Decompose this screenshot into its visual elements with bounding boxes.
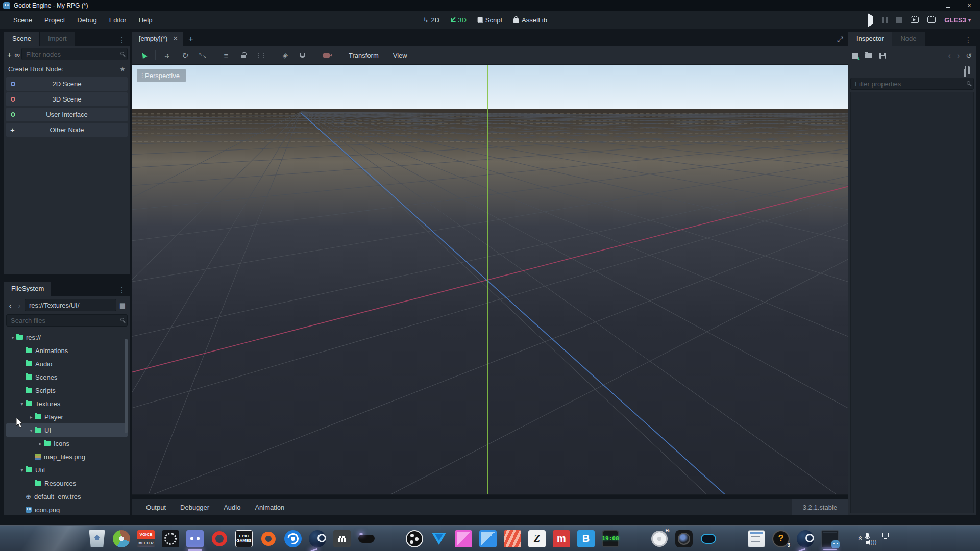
taskbar-disc-drive[interactable]: H:: [651, 530, 668, 547]
tree-item-map-tiles-png[interactable]: map_tiles.png: [6, 450, 128, 463]
tab-filesystem[interactable]: FileSystem: [4, 282, 51, 296]
tree-expander-icon[interactable]: ▸: [28, 414, 35, 420]
taskbar-blue-v-app[interactable]: [430, 530, 448, 547]
dock-menu-icon[interactable]: ⋮: [114, 36, 130, 46]
split-mode-icon[interactable]: ▤: [117, 302, 128, 309]
taskbar-epic-games[interactable]: EPICGAMES: [235, 530, 253, 547]
tree-item-audio[interactable]: Audio: [6, 357, 128, 370]
play-button[interactable]: [868, 16, 873, 24]
taskbar-origin[interactable]: [260, 530, 277, 547]
camera-preview-toggle[interactable]: [318, 48, 334, 62]
tree-expander-icon[interactable]: ▾: [9, 335, 16, 340]
bottom-tab-output[interactable]: Output: [139, 499, 173, 515]
viewport-3d[interactable]: Perspective: [132, 64, 848, 495]
favorites-star-icon[interactable]: ★: [119, 65, 126, 73]
root-option-user-interface[interactable]: User Interface: [6, 108, 128, 121]
taskbar-gamepad-app[interactable]: [358, 530, 375, 547]
taskbar-voicemeeter[interactable]: VOICEMEETER: [137, 530, 155, 547]
group-selected-tool[interactable]: [253, 48, 268, 62]
scale-tool[interactable]: [194, 48, 210, 62]
bottom-tab-animation[interactable]: Animation: [248, 499, 291, 515]
taskbar-camera-lens-app[interactable]: [675, 530, 693, 547]
inspector-menu-icon[interactable]: ⋮: [961, 36, 976, 46]
tree-expander-icon[interactable]: ▾: [18, 401, 26, 407]
history-forward-icon[interactable]: ›: [957, 51, 960, 60]
tree-expander-icon[interactable]: ▾: [28, 428, 35, 433]
tree-expander-icon[interactable]: ▾: [18, 467, 26, 473]
list-select-tool[interactable]: ≡: [218, 48, 234, 62]
minimize-button[interactable]: [916, 0, 937, 11]
taskbar-affinity-photo[interactable]: [455, 530, 472, 547]
root-option-3d-scene[interactable]: 3D Scene: [6, 92, 128, 106]
network-icon[interactable]: [882, 533, 889, 537]
close-icon[interactable]: ✕: [173, 35, 178, 42]
object-properties-icon[interactable]: [964, 66, 971, 73]
taskbar-affinity-publisher[interactable]: [504, 530, 521, 547]
taskbar-opera[interactable]: [211, 530, 228, 547]
projection-menu[interactable]: Perspective: [137, 69, 186, 82]
history-icon[interactable]: ↺: [966, 52, 972, 60]
tree-item-icons[interactable]: ▸Icons: [6, 437, 128, 450]
tree-item-player[interactable]: ▸Player: [6, 410, 128, 423]
workspace-3d[interactable]: 3D: [451, 16, 467, 24]
view-menu[interactable]: View: [387, 52, 413, 59]
tree-item-textures[interactable]: ▾Textures: [6, 397, 128, 410]
taskbar-dotted-swirl-app[interactable]: [162, 530, 179, 547]
maximize-button[interactable]: [937, 0, 959, 11]
root-option-2d-scene[interactable]: 2D Scene: [6, 77, 128, 91]
tree-item-scripts[interactable]: Scripts: [6, 384, 128, 397]
snap-toggle[interactable]: [295, 48, 310, 62]
expand-viewport-icon[interactable]: ⤢: [832, 35, 848, 46]
tree-item-util[interactable]: ▾Util: [6, 463, 128, 477]
taskbar-zbrush[interactable]: Z: [528, 530, 546, 547]
menu-help[interactable]: Help: [133, 14, 159, 26]
transform-menu[interactable]: Transform: [342, 52, 385, 59]
taskbar-organizer-app[interactable]: [700, 530, 717, 547]
tree-item-resources[interactable]: Resources: [6, 477, 128, 490]
save-resource-button[interactable]: [879, 53, 886, 59]
taskbar-clock-widget[interactable]: 19:08: [602, 530, 619, 547]
move-tool[interactable]: [160, 48, 175, 62]
load-resource-button[interactable]: [865, 53, 872, 58]
workspace-script[interactable]: Script: [478, 16, 502, 24]
taskbar-godot-window[interactable]: [821, 530, 839, 547]
tree-item-scenes[interactable]: Scenes: [6, 370, 128, 384]
tree-item-icon-png[interactable]: icon.png: [6, 503, 128, 513]
microphone-icon[interactable]: [866, 533, 869, 538]
taskbar-retroarch[interactable]: [333, 530, 351, 547]
filter-nodes-input[interactable]: [21, 48, 128, 60]
tree-item-res-[interactable]: ▾res://: [6, 331, 128, 344]
root-option-other-node[interactable]: +Other Node: [6, 123, 128, 137]
instance-scene-button[interactable]: ∞: [14, 48, 20, 60]
taskbar-reaper[interactable]: [113, 530, 130, 547]
taskbar-discord[interactable]: [186, 530, 204, 547]
filesystem-menu-icon[interactable]: ⋮: [114, 286, 130, 296]
nav-forward-button[interactable]: ›: [15, 301, 23, 310]
menu-project[interactable]: Project: [38, 14, 71, 26]
tree-expander-icon[interactable]: ▸: [37, 441, 44, 446]
menu-debug[interactable]: Debug: [71, 14, 103, 26]
taskbar-red-m-app[interactable]: m: [553, 530, 570, 547]
lock-selected-tool[interactable]: [236, 48, 251, 62]
rotate-tool[interactable]: ↻: [177, 48, 192, 62]
tray-chevron-icon[interactable]: »: [855, 537, 864, 540]
current-path-field[interactable]: res://Textures/UI/: [24, 299, 116, 311]
tab-import[interactable]: Import: [40, 32, 75, 46]
taskbar-blue-b-app[interactable]: B: [577, 530, 595, 547]
local-space-toggle[interactable]: ◈: [277, 48, 292, 62]
menu-scene[interactable]: Scene: [7, 14, 38, 26]
select-tool[interactable]: [136, 48, 151, 62]
tab-node[interactable]: Node: [892, 32, 924, 46]
add-scene-tab-button[interactable]: +: [183, 33, 198, 46]
menu-editor[interactable]: Editor: [103, 14, 133, 26]
taskbar-steam[interactable]: [309, 530, 326, 547]
play-custom-scene-button[interactable]: [927, 17, 936, 23]
tree-item-default-env-tres[interactable]: ⊕default_env.tres: [6, 490, 128, 503]
taskbar-steam-running[interactable]: [797, 530, 814, 547]
add-node-button[interactable]: +: [6, 48, 13, 60]
taskbar-obs-studio[interactable]: [406, 530, 423, 547]
workspace-assetlib[interactable]: AssetLib: [513, 16, 547, 24]
pause-button[interactable]: [882, 17, 888, 23]
search-files-input[interactable]: [6, 314, 128, 327]
filter-properties-input[interactable]: [850, 78, 974, 90]
